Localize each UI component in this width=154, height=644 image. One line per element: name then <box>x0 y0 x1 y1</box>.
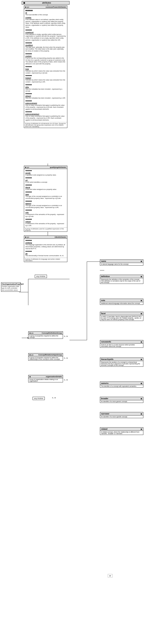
qualifying-attributes-fields: ■■■■■■■ qcode A qualified code assigned … <box>24 169 67 228</box>
sameas-prop-header: sameAs ▣ <box>100 382 143 385</box>
facet-prop-title: facet <box>101 312 106 314</box>
narrower-prop-desc: An identifier of a more specific concept… <box>100 416 143 418</box>
common-power-attributes-header: ▣ grp commonPowerAttributes <box>24 6 67 9</box>
remoteinfo-expand-icon[interactable]: ▣ <box>141 341 142 343</box>
definition-prop-title: definition <box>101 275 110 278</box>
collapse-icon[interactable]: ▣ <box>23 2 25 4</box>
any-other-label: any ##other <box>36 275 45 277</box>
broader-prop-title: broader <box>101 398 108 400</box>
field-pubconstraint-dots: ■■■■■■■ <box>24 100 67 102</box>
note-expand-icon[interactable]: ▣ <box>141 300 142 302</box>
i18n-attributes-header: ▣ grp i18nAttributes <box>24 236 67 239</box>
flex-org-prop-type-box: FlexOrganisationPropType Flexible organi… <box>1 282 21 292</box>
facet-expand-icon[interactable]: ▣ <box>141 313 142 314</box>
definition-expand-icon[interactable]: ▣ <box>141 276 142 278</box>
remoteinfo-prop-header: remoteInfo ▣ <box>100 340 143 344</box>
field-id-label: id <box>24 12 67 14</box>
i18n-field-xmllang: xmllang <box>24 242 67 244</box>
id-field-desc: The local identifier of the concept. <box>24 14 67 16</box>
narrower-prop-box: narrower ▣ An identifier of a more speci… <box>100 412 143 418</box>
definition-prop-desc: Represents the definition of the semanti… <box>100 278 143 284</box>
facet-prop-desc: In NAR 1.8 and later, facet is deprecate… <box>100 315 143 321</box>
pubconstrainturi-field-name: pubconstrainturi <box>25 113 39 115</box>
creatoruri-dots: ■■■■■■■ <box>25 29 32 31</box>
qa-grp-icon: ▣ grp <box>25 166 29 168</box>
name-prop-title: name <box>101 260 106 262</box>
pubconstraint-field-name: pubconstraint <box>25 102 37 104</box>
hierarchyinfo-expand-icon[interactable]: ▣ <box>141 358 142 360</box>
broader-expand-icon[interactable]: ▣ <box>141 398 142 400</box>
custom-dots: ■■■■■■■ <box>25 53 32 54</box>
pubconstraint-field-desc: One or many constraints that apply to pu… <box>24 104 67 110</box>
typeuri-field-desc: The type of the concept assigned as a co… <box>24 205 67 209</box>
dir-field-name: dir <box>25 253 28 255</box>
how-field-name: how <box>25 68 29 70</box>
narrower-prop-header: narrower ▣ <box>100 412 143 416</box>
org-details-desc: Group of organisation details relating t… <box>28 378 63 382</box>
sameas-expand-icon[interactable]: ▣ <box>141 382 142 384</box>
or-connector: or <box>108 574 113 578</box>
whyuri-field-desc: Why the metadata has been included - exp… <box>24 97 67 100</box>
creatoruri-field-desc: If the attribute is empty, specifies whi… <box>24 34 67 42</box>
org-details-title: organisationDetails <box>46 376 62 378</box>
field-whyuri-label: whyuri <box>24 95 67 97</box>
connection-lines <box>0 0 154 644</box>
grp-icon: ▣ grp <box>25 6 29 8</box>
qa-field-uri: uri <box>24 179 67 182</box>
qa-field-uri-dots: ■■■■■■■ <box>24 176 67 179</box>
modified-field-name: modified <box>25 44 33 46</box>
qcode-field-desc: A qualified code assigned as a property … <box>24 174 67 176</box>
related-expand-icon[interactable]: ▣ <box>141 428 142 430</box>
broader-prop-desc: An identifier of a more generic concept. <box>100 400 143 403</box>
uri-field-name: uri <box>25 179 28 182</box>
roleuri-field-desc: A refinement of the semantics of the pro… <box>24 223 67 227</box>
related-prop-desc: A related concept, where the relationshi… <box>100 431 143 435</box>
qa-field-type: type <box>24 193 67 196</box>
hierarchyinfo-prop-box: hierarchyInfo ▣ Represents the position … <box>100 358 143 367</box>
any-other-bottom-multiplicity: 0...N <box>52 397 56 399</box>
sameas-prop-desc: The identifier of a concept with equival… <box>100 385 143 388</box>
any-other-box: any ##other <box>35 275 47 278</box>
common-section-note: A group of attributes for all elements o… <box>24 122 67 128</box>
broader-prop-header: broader ▣ <box>100 397 143 400</box>
concept-def-group-desc: A group of properties required to define… <box>28 335 63 338</box>
field-how-dots: ■■■■■■■ <box>24 66 67 68</box>
whyuri-field-name: whyuri <box>25 95 31 97</box>
qa-field-typeuri: typeuri <box>24 202 67 205</box>
name-expand-icon[interactable]: ▣ <box>141 260 142 262</box>
id-field-name: id <box>25 12 27 14</box>
pubconstraint-dots: ■■■■■■■ <box>25 100 32 102</box>
concept-def-group-box: ▣ grp ConceptDefinitionGroup A group of … <box>28 331 63 339</box>
creator-field-desc: If the attribute value is not defined, s… <box>24 19 67 29</box>
i18n-attributes-title: i18nAttributes <box>55 236 66 238</box>
field-pubconstrainturi-dots: ■■■■■■■ <box>24 110 67 113</box>
broader-prop-box: broader ▣ An identifier of a more generi… <box>100 397 143 403</box>
field-custom-dots: ■■■■■■■ <box>24 52 67 55</box>
howuri-field-desc: Indicates by which means the value was e… <box>24 79 67 84</box>
concept-def-multiplicity: 0...N <box>64 335 68 337</box>
pubconstrainturi-field-desc: One or many constraints that apply to pu… <box>24 115 67 122</box>
note-prop-header: note ▣ <box>100 299 143 302</box>
qcode-field-name: qcode <box>25 172 31 174</box>
field-creator-label: creator <box>24 16 67 19</box>
org-details-box: ▣ organisationDetails Group of organisat… <box>28 375 63 382</box>
qualifying-attributes-box: ▣ grp qualifyingAttributes ■■■■■■■ qcode… <box>24 166 67 232</box>
qa-field-literal-dots: ■■■■■■■ <box>24 184 67 186</box>
uri-field-desc: A URI which identifies a concept. <box>24 182 67 184</box>
how-field-desc: Indicates by which means the value was e… <box>24 70 67 74</box>
field-whyuri-dots: ■■■■■■■ <box>24 92 67 95</box>
qa-field-qcode-dots: ■■■■■■■ <box>24 170 67 172</box>
note-prop-box: note ▣ Additional natural language infor… <box>100 299 143 305</box>
field-howuri-dots: ■■■■■■■ <box>24 74 67 77</box>
qualifying-attributes-header: ▣ grp qualifyingAttributes <box>24 166 67 169</box>
org-details-header: ▣ organisationDetails <box>28 375 63 378</box>
qualifying-attributes-title: qualifyingAttributes <box>50 166 66 168</box>
qualifying-section-note: A group of attributes used for a qualifi… <box>24 228 67 232</box>
qa-field-typeuri-dots: ■■■■■■■ <box>24 200 67 202</box>
sameas-prop-box: sameAs ▣ The identifier of a concept wit… <box>100 382 143 388</box>
narrower-expand-icon[interactable]: ▣ <box>141 413 142 415</box>
why-field-desc: Why the metadata has been included - exp… <box>24 88 67 93</box>
literal-field-name: literal <box>25 186 30 188</box>
title-bar: ▣ attributes <box>22 1 70 4</box>
type-field-name: type <box>25 193 29 196</box>
